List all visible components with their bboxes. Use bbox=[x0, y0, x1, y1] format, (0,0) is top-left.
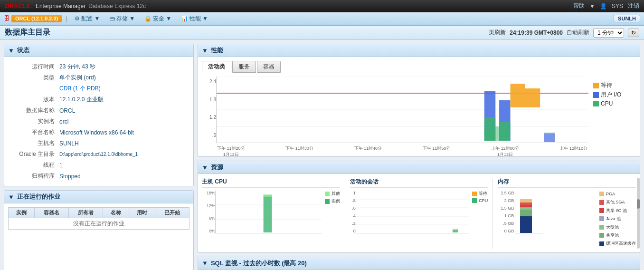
sessions-y-02: .2 bbox=[350, 221, 356, 226]
cpu-instance-color bbox=[325, 199, 330, 204]
cpu-instance-label: 实例 bbox=[331, 198, 340, 204]
security-label: 安全 bbox=[153, 15, 164, 23]
x-label-6: 上午 12时10分 bbox=[559, 145, 587, 158]
memory-section: 内存 2.5 GB 2 GB 1.5 GB 1 GB .5 GB 0 GB bbox=[498, 178, 636, 249]
jobs-table-header-row: 实例 容器名 所有者 名称 用时 已开始 bbox=[9, 208, 189, 218]
mem-other-sga-label: 其他 SGA bbox=[606, 199, 625, 205]
svg-rect-29 bbox=[520, 205, 532, 207]
status-row-platform: 平台名称 Microsoft Windows x86 64-bit bbox=[9, 127, 189, 137]
no-jobs-row: 没有正在运行的作业 bbox=[9, 218, 189, 230]
resource-grid: 主机 CPU 18% 12% 6% 0% bbox=[202, 178, 636, 249]
y-label-4: 2.4 bbox=[202, 79, 216, 84]
page-header-controls: 页刷新 24:19:39 GMT+0800 自动刷新 1 分钟 5 分钟 手动 … bbox=[489, 28, 639, 38]
config-chevron: ▼ bbox=[94, 15, 100, 22]
svg-rect-11 bbox=[544, 134, 555, 142]
right-panel: ▼ 性能 活动类 服务 容器 2.4 1.8 1.2 .6 bbox=[198, 44, 640, 270]
sessions-legend-cpu: CPU bbox=[472, 198, 488, 203]
cpu-legend-instance: 实例 bbox=[325, 198, 340, 204]
mem-y-25: 2.5 GB bbox=[498, 191, 514, 195]
instance-value: orcl bbox=[57, 116, 189, 126]
perf-legend: 等待 用户 I/O CPU bbox=[588, 77, 636, 153]
legend-userio-color bbox=[593, 92, 599, 98]
status-collapse-icon[interactable]: ▼ bbox=[8, 47, 14, 54]
security-menu[interactable]: 🔒 安全 ▼ bbox=[141, 14, 175, 24]
mem-pga-color bbox=[599, 192, 604, 196]
cpu-legend-other: 其他 bbox=[325, 191, 340, 197]
jobs-col-container: 容器名 bbox=[34, 208, 68, 218]
archiver-label: 归档程序 bbox=[9, 171, 57, 181]
host-cpu-chart-area: 18% 12% 6% 0% bbox=[202, 191, 340, 235]
mem-y-0: 0 GB bbox=[498, 229, 514, 233]
sql-monitor-header: ▼ SQL 监视 - 过去的小时数 (最高 20) bbox=[198, 257, 640, 270]
nav-separator: ▼ bbox=[589, 3, 595, 10]
security-chevron: ▼ bbox=[166, 15, 171, 22]
config-menu[interactable]: ⚙ 配置 ▼ bbox=[71, 14, 104, 24]
mem-y-2: 2 GB bbox=[498, 198, 514, 203]
jobs-panel-body: 实例 容器名 所有者 名称 用时 已开始 没有正在运行的作业 bbox=[4, 203, 193, 233]
mem-pga-label: PGA bbox=[606, 191, 615, 197]
svg-rect-28 bbox=[520, 207, 532, 208]
threads-value: 1 bbox=[57, 160, 189, 170]
sessions-y-08: .8 bbox=[350, 198, 356, 203]
platform-label: 平台名称 bbox=[9, 127, 57, 137]
dbname-label: 数据库名称 bbox=[9, 106, 57, 116]
sessions-wait-color bbox=[472, 192, 477, 196]
mem-large-label: 大型池 bbox=[606, 224, 619, 231]
mem-legend-large: 大型池 bbox=[599, 224, 636, 231]
mem-java-label: Java 池 bbox=[606, 215, 621, 222]
status-row-runtime: 运行时间 23 分钟, 43 秒 bbox=[9, 62, 189, 72]
jobs-col-instance: 实例 bbox=[9, 208, 35, 218]
jobs-collapse-icon[interactable]: ▼ bbox=[8, 193, 14, 201]
top-nav-right: 帮助 ▼ 👤 SYS 注销 bbox=[573, 2, 639, 10]
resource-collapse-icon[interactable]: ▼ bbox=[202, 164, 208, 171]
x-label-4: 下午 11时50分 bbox=[423, 145, 451, 158]
storage-icon: 🗃 bbox=[109, 15, 115, 22]
legend-wait-color bbox=[593, 83, 599, 88]
secondary-navigation: 🗄 ORCL (12.1.0.2.0) | ⚙ 配置 ▼ 🗃 存储 ▼ 🔒 安全… bbox=[0, 12, 644, 26]
top-navigation: ORACLE Enterprise Manager Database Expre… bbox=[0, 0, 644, 12]
status-table: 运行时间 23 分钟, 43 秒 类型 单个实例 (ord) CDB (1 个 … bbox=[8, 61, 189, 182]
mem-legend-java: Java 池 bbox=[599, 215, 636, 222]
storage-menu[interactable]: 🗃 存储 ▼ bbox=[105, 14, 139, 24]
svg-rect-27 bbox=[520, 208, 532, 210]
y-label-3: 1.8 bbox=[202, 97, 216, 102]
storage-label: 存储 bbox=[116, 15, 128, 23]
perf-tabs: 活动类 服务 容器 bbox=[202, 61, 636, 73]
cpu-y-0: 0% bbox=[202, 229, 215, 233]
mem-legend-buffer: 缓冲区高速缓存 bbox=[599, 240, 636, 247]
sql-monitor-collapse-icon[interactable]: ▼ bbox=[202, 260, 208, 267]
perf-collapse-icon[interactable]: ▼ bbox=[202, 47, 208, 54]
mem-shared-io-label: 共享 I/O 池 bbox=[606, 207, 627, 214]
sessions-legend: 等待 CPU bbox=[469, 191, 488, 235]
cdb-link[interactable]: CDB (1 个 PDB) bbox=[59, 85, 101, 92]
sessions-y-0: 0 bbox=[350, 229, 356, 233]
jobs-panel: ▼ 正在运行的作业 实例 容器名 所有者 名称 用时 已开始 bbox=[4, 190, 194, 270]
resource-panel-title: 资源 bbox=[211, 163, 223, 172]
storage-chevron: ▼ bbox=[129, 15, 135, 22]
em-title: Enterprise Manager bbox=[36, 3, 85, 10]
sessions-chart-svg-container bbox=[356, 191, 470, 235]
memory-legend: PGA 其他 SGA 共享 I/O 池 bbox=[597, 191, 636, 249]
logout-link[interactable]: 注销 bbox=[628, 2, 639, 10]
perf-y-axis: 2.4 1.8 1.2 .6 bbox=[202, 77, 216, 153]
type-value: 单个实例 (ord) bbox=[57, 73, 189, 83]
performance-panel: ▼ 性能 活动类 服务 容器 2.4 1.8 1.2 .6 bbox=[198, 44, 640, 157]
tab-activity-class[interactable]: 活动类 bbox=[202, 61, 231, 73]
tab-services[interactable]: 服务 bbox=[232, 61, 256, 73]
no-jobs-message: 没有正在运行的作业 bbox=[9, 218, 189, 230]
right-scroll-bar[interactable] bbox=[637, 178, 640, 249]
status-row-cdb: CDB (1 个 PDB) bbox=[9, 84, 189, 94]
sessions-legend-wait: 等待 bbox=[472, 191, 488, 197]
jobs-table: 实例 容器名 所有者 名称 用时 已开始 没有正在运行的作业 bbox=[8, 207, 189, 230]
oracle-home-value: D:\app\orcl\product\12.1.0\dbhome_1 bbox=[57, 149, 189, 159]
perf-x-axis: 下午 11时20分1月12日 下午 11时30分 下午 11时40分 下午 11… bbox=[216, 145, 588, 158]
performance-menu[interactable]: 📊 性能 ▼ bbox=[177, 14, 212, 24]
refresh-button[interactable]: ↻ bbox=[628, 29, 639, 37]
performance-chevron: ▼ bbox=[202, 15, 208, 22]
status-panel-title: 状态 bbox=[17, 46, 29, 55]
help-link[interactable]: 帮助 bbox=[573, 2, 585, 10]
refresh-time: 24:19:39 GMT+0800 bbox=[510, 29, 563, 36]
orcl-badge[interactable]: ORCL (12.1.0.2.0) bbox=[11, 15, 62, 22]
tab-containers[interactable]: 容器 bbox=[257, 61, 281, 73]
auto-refresh-select[interactable]: 1 分钟 5 分钟 手动 bbox=[593, 28, 624, 38]
